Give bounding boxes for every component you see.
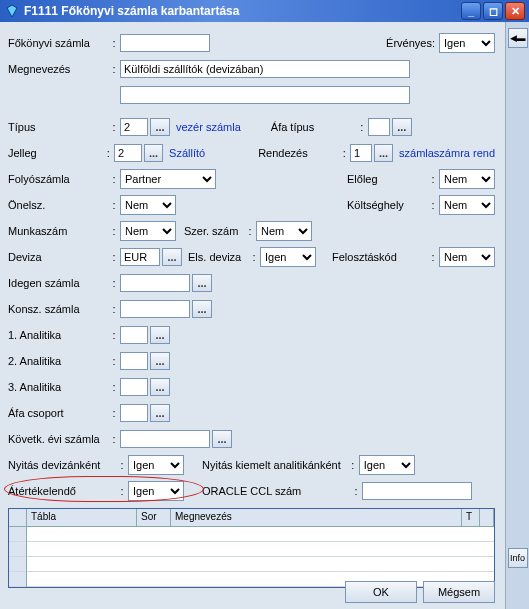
label-deviza: Deviza (8, 251, 108, 263)
label-konsz: Konsz. számla (8, 303, 108, 315)
koltseghely-select[interactable]: Nem (439, 195, 495, 215)
megnevezes-input[interactable] (120, 60, 410, 78)
info-button[interactable]: Info (508, 548, 528, 568)
megnevezes2-input[interactable] (120, 86, 410, 104)
onelsz-select[interactable]: Nem (120, 195, 176, 215)
grid-cells[interactable] (27, 527, 494, 587)
deviza-input[interactable] (120, 248, 160, 266)
label-elsdeviza: Els. deviza (188, 251, 248, 263)
label-afatipus: Áfa típus (271, 121, 356, 133)
table-row (27, 527, 494, 542)
form-content: Főkönyvi számla : Érvényes: Igen Megneve… (0, 22, 503, 602)
tipus-link[interactable]: vezér számla (176, 121, 241, 133)
afatipus-input[interactable] (368, 118, 390, 136)
a1-input[interactable] (120, 326, 148, 344)
jelleg-input[interactable] (114, 144, 142, 162)
jelleg-link[interactable]: Szállító (169, 147, 205, 159)
munkaszam-select[interactable]: Nem (120, 221, 176, 241)
col-t: T (462, 509, 480, 526)
rendezes-input[interactable] (350, 144, 372, 162)
table-row (27, 557, 494, 572)
tipus-input[interactable] (120, 118, 148, 136)
a3-lookup-button[interactable]: ... (150, 378, 170, 396)
nyitkiem-select[interactable]: Igen (359, 455, 415, 475)
label-koltseghely: Költséghely (347, 199, 427, 211)
maximize-button[interactable]: ◻ (483, 2, 503, 20)
label-idegen: Idegen számla (8, 277, 108, 289)
jelleg-lookup-button[interactable]: ... (144, 144, 163, 162)
label-afacsoport: Áfa csoport (8, 407, 108, 419)
a2-input[interactable] (120, 352, 148, 370)
right-toolbar: ◀▬ Info (505, 22, 529, 609)
afatipus-lookup-button[interactable]: ... (392, 118, 412, 136)
rendezes-link[interactable]: számlaszámra rend (399, 147, 495, 159)
label-nyitdev: Nyitás devizánként (8, 459, 116, 471)
eloleg-select[interactable]: Nem (439, 169, 495, 189)
strip-arrow-button[interactable]: ◀▬ (508, 28, 528, 48)
kovetk-input[interactable] (120, 430, 210, 448)
col-sor: Sor (137, 509, 171, 526)
close-button[interactable]: ✕ (505, 2, 525, 20)
rendezes-lookup-button[interactable]: ... (374, 144, 393, 162)
kovetk-lookup-button[interactable]: ... (212, 430, 232, 448)
data-grid[interactable]: Tábla Sor Megnevezés T (8, 508, 495, 588)
label-rendezes: Rendezés (258, 147, 338, 159)
ervenyes-select[interactable]: Igen (439, 33, 495, 53)
col-tabla: Tábla (27, 509, 137, 526)
grid-row-selector[interactable] (9, 527, 27, 587)
fokonyvi-input[interactable] (120, 34, 210, 52)
label-nyitkiem: Nyitás kiemelt analitikánként (202, 459, 341, 471)
oracle-input[interactable] (362, 482, 472, 500)
nyitdev-select[interactable]: Igen (128, 455, 184, 475)
label-fokonyvi: Főkönyvi számla (8, 37, 108, 49)
label-a2: 2. Analitika (8, 355, 108, 367)
a2-lookup-button[interactable]: ... (150, 352, 170, 370)
ok-button[interactable]: OK (345, 581, 417, 603)
grid-header: Tábla Sor Megnevezés T (9, 509, 494, 527)
a3-input[interactable] (120, 378, 148, 396)
label-oracle: ORACLE CCL szám (202, 485, 350, 497)
label-jelleg: Jelleg (8, 147, 103, 159)
label-szerszam: Szer. szám (184, 225, 244, 237)
label-megnevezes: Megnevezés (8, 63, 108, 75)
minimize-button[interactable]: _ (461, 2, 481, 20)
footer: OK Mégsem (0, 581, 505, 603)
window-title: F1111 Főkönyvi számla karbantartása (24, 4, 239, 18)
konsz-input[interactable] (120, 300, 190, 318)
table-row (27, 542, 494, 557)
idegen-input[interactable] (120, 274, 190, 292)
label-folyo: Folyószámla (8, 173, 108, 185)
label-a3: 3. Analitika (8, 381, 108, 393)
label-munkaszam: Munkaszám (8, 225, 108, 237)
titlebar: F1111 Főkönyvi számla karbantartása _ ◻ … (0, 0, 529, 22)
afacsoport-lookup-button[interactable]: ... (150, 404, 170, 422)
label-onelsz: Önelsz. (8, 199, 108, 211)
a1-lookup-button[interactable]: ... (150, 326, 170, 344)
atertek-select[interactable]: Igen (128, 481, 184, 501)
label-feloszt: Felosztáskód (332, 251, 427, 263)
szerszam-select[interactable]: Nem (256, 221, 312, 241)
label-atertek: Átértékelendő (8, 485, 116, 497)
cancel-button[interactable]: Mégsem (423, 581, 495, 603)
app-icon (4, 3, 20, 19)
label-tipus: Típus (8, 121, 108, 133)
label-eloleg: Előleg (347, 173, 427, 185)
label-ervenyes: Érvényes: (386, 37, 435, 49)
konsz-lookup-button[interactable]: ... (192, 300, 212, 318)
label-kovetk: Követk. évi számla (8, 433, 108, 445)
col-megnevezes: Megnevezés (171, 509, 462, 526)
elsdeviza-select[interactable]: Igen (260, 247, 316, 267)
feloszt-select[interactable]: Nem (439, 247, 495, 267)
afacsoport-input[interactable] (120, 404, 148, 422)
tipus-lookup-button[interactable]: ... (150, 118, 170, 136)
folyo-select[interactable]: Partner (120, 169, 216, 189)
label-a1: 1. Analitika (8, 329, 108, 341)
deviza-lookup-button[interactable]: ... (162, 248, 182, 266)
idegen-lookup-button[interactable]: ... (192, 274, 212, 292)
